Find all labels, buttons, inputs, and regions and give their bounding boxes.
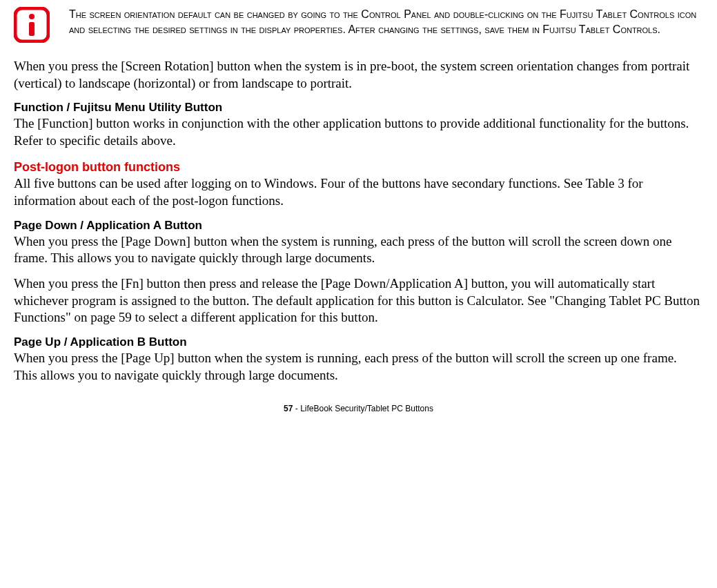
page-footer: 57 - LifeBook Security/Tablet PC Buttons <box>14 404 703 415</box>
heading-function-button: Function / Fujitsu Menu Utility Button <box>14 100 703 115</box>
paragraph-page-down-1: When you press the [Page Down] button wh… <box>14 233 703 267</box>
paragraph-page-up: When you press the [Page Up] button when… <box>14 350 703 384</box>
footer-title: LifeBook Security/Tablet PC Buttons <box>300 404 433 413</box>
heading-page-up-b: Page Up / Application B Button <box>14 335 703 350</box>
info-icon <box>14 7 50 43</box>
paragraph-screen-rotation: When you press the [Screen Rotation] but… <box>14 58 703 92</box>
paragraph-function-button: The [Function] button works in conjuncti… <box>14 115 703 149</box>
heading-post-logon: Post-logon button functions <box>14 159 703 175</box>
page-number: 57 <box>284 404 293 413</box>
note-box: The screen orientation default can be ch… <box>14 7 703 43</box>
svg-point-1 <box>29 14 35 19</box>
svg-rect-2 <box>29 22 35 36</box>
note-text: The screen orientation default can be ch… <box>69 7 703 38</box>
paragraph-page-down-2: When you press the [Fn] button then pres… <box>14 275 703 326</box>
paragraph-post-logon: All five buttons can be used after loggi… <box>14 175 703 209</box>
footer-separator: - <box>293 404 300 413</box>
heading-page-down-a: Page Down / Application A Button <box>14 218 703 233</box>
